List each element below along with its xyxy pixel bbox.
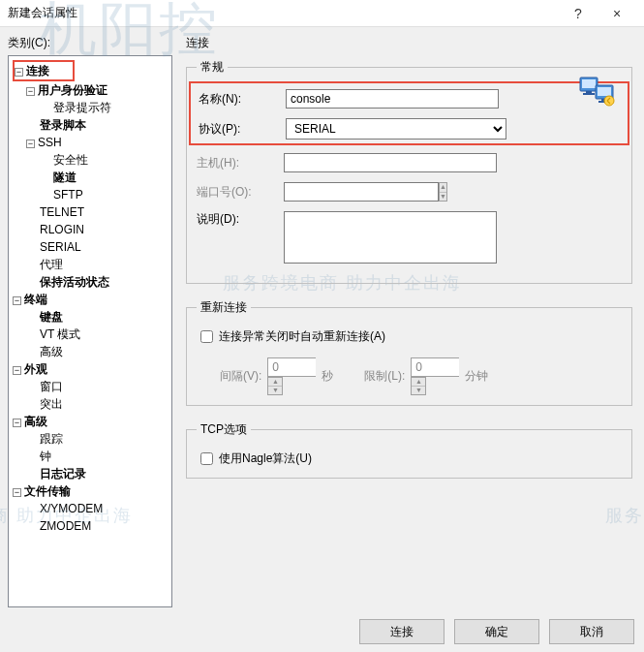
name-input[interactable]: [286, 89, 499, 109]
host-label: 主机(H):: [197, 155, 284, 171]
svg-point-8: [604, 96, 614, 106]
tree-item-window[interactable]: 窗口: [40, 380, 63, 393]
close-button[interactable]: ×: [598, 6, 636, 21]
svg-rect-2: [586, 91, 592, 93]
tree-toggle-ssh[interactable]: −: [26, 140, 35, 148]
window-title: 新建会话属性: [8, 5, 559, 21]
nagle-label: 使用Nagle算法(U): [219, 450, 312, 467]
tree-item-bell[interactable]: 钟: [40, 450, 51, 463]
category-label: 类别(C):: [8, 35, 172, 51]
connection-icon: [578, 74, 617, 109]
auto-reconnect-checkbox[interactable]: [200, 330, 213, 343]
interval-unit: 秒: [322, 368, 333, 385]
tree-item-trace[interactable]: 跟踪: [40, 432, 63, 446]
tree-item-logging[interactable]: 日志记录: [40, 467, 86, 481]
tree-item-zmodem[interactable]: ZMODEM: [40, 519, 91, 533]
tree-item-keepalive[interactable]: 保持活动状态: [40, 275, 109, 289]
tree-item-filetransfer[interactable]: 文件传输: [24, 484, 71, 498]
tree-item-highlight[interactable]: 突出: [40, 397, 63, 411]
interval-down: ▼: [268, 387, 282, 394]
tree-toggle-terminal[interactable]: −: [13, 296, 21, 305]
svg-rect-3: [583, 93, 595, 95]
tree-item-loginprompt[interactable]: 登录提示符: [53, 101, 111, 114]
limit-up: ▲: [412, 378, 425, 387]
tree-item-proxy[interactable]: 代理: [40, 258, 63, 271]
protocol-select[interactable]: SERIAL: [286, 118, 506, 140]
tcp-fieldset: TCP选项 使用Nagle算法(U): [186, 421, 632, 479]
protocol-label: 协议(P):: [199, 121, 286, 138]
tree-item-userauth[interactable]: 用户身份验证: [38, 83, 107, 97]
tree-item-keyboard[interactable]: 键盘: [40, 310, 63, 324]
desc-label: 说明(D):: [197, 211, 284, 228]
interval-label: 间隔(V):: [220, 368, 261, 385]
port-label: 端口号(O):: [197, 184, 284, 201]
tree-item-appearance[interactable]: 外观: [24, 362, 47, 376]
tree-item-security[interactable]: 安全性: [53, 153, 88, 167]
reconnect-legend: 重新连接: [197, 299, 251, 316]
svg-rect-1: [582, 79, 596, 88]
help-button[interactable]: ?: [559, 6, 598, 21]
interval-up: ▲: [268, 378, 282, 387]
tree-item-terminal[interactable]: 终端: [24, 293, 47, 306]
port-up: ▲: [440, 183, 446, 193]
general-legend: 常规: [197, 59, 228, 76]
auto-reconnect-label: 连接异常关闭时自动重新连接(A): [219, 328, 385, 345]
tcp-legend: TCP选项: [197, 421, 251, 438]
svg-rect-5: [598, 87, 611, 96]
limit-input: [411, 357, 459, 377]
host-input: [284, 153, 497, 172]
tree-item-telnet[interactable]: TELNET: [40, 205, 84, 219]
title-bar: 新建会话属性 ? ×: [0, 0, 644, 27]
desc-textarea[interactable]: [284, 211, 497, 264]
interval-input: [267, 357, 316, 377]
name-label: 名称(N):: [199, 91, 286, 108]
limit-label: 限制(L):: [364, 368, 405, 385]
reconnect-fieldset: 重新连接 连接异常关闭时自动重新连接(A) 间隔(V): ▲▼ 秒 限制(L):…: [186, 299, 632, 406]
tree-item-advanced-t[interactable]: 高级: [40, 345, 63, 358]
tree-item-connection[interactable]: 连接: [26, 64, 49, 78]
nagle-checkbox[interactable]: [200, 452, 213, 465]
ok-button[interactable]: 确定: [454, 619, 539, 644]
tree-item-loginscript[interactable]: 登录脚本: [40, 118, 86, 132]
footer: 连接 确定 取消: [359, 619, 634, 644]
tree-toggle-connection[interactable]: −: [15, 68, 23, 77]
tree-item-tunnel[interactable]: 隧道: [53, 171, 77, 184]
port-down: ▼: [440, 193, 446, 202]
tree-item-sftp[interactable]: SFTP: [53, 188, 83, 202]
section-title: 连接: [186, 35, 632, 51]
category-tree[interactable]: −连接 −用户身份验证 登录提示符 登录脚本 −SSH 安全性 隧道 SFTP: [8, 55, 172, 607]
limit-down: ▼: [412, 387, 425, 394]
tree-toggle-advanced[interactable]: −: [13, 419, 21, 427]
tree-item-rlogin[interactable]: RLOGIN: [40, 223, 84, 236]
cancel-button[interactable]: 取消: [549, 619, 634, 644]
tree-item-vt[interactable]: VT 模式: [40, 327, 80, 341]
tree-toggle-userauth[interactable]: −: [26, 87, 35, 96]
limit-unit: 分钟: [465, 368, 488, 385]
connect-button[interactable]: 连接: [359, 619, 445, 644]
general-fieldset: 常规 名称(N): 协议(P): SERIAL 主机(H): 端口号(O):: [186, 59, 632, 284]
tree-toggle-filetransfer[interactable]: −: [13, 488, 21, 497]
tree-item-ssh[interactable]: SSH: [38, 136, 62, 149]
tree-item-xymodem[interactable]: X/YMODEM: [40, 502, 103, 515]
tree-item-advanced[interactable]: 高级: [24, 415, 47, 428]
tree-item-serial[interactable]: SERIAL: [40, 240, 81, 254]
tree-toggle-appearance[interactable]: −: [13, 366, 21, 375]
port-input: [284, 182, 439, 202]
